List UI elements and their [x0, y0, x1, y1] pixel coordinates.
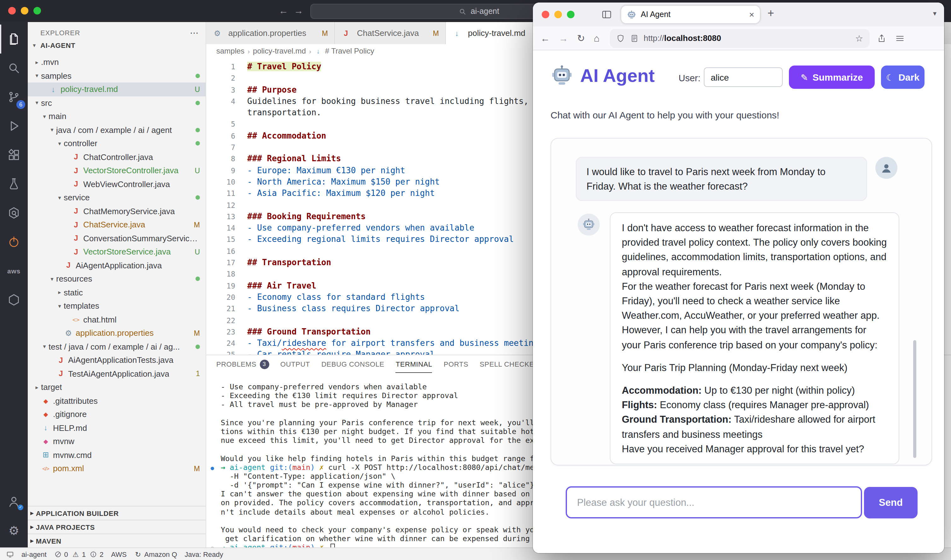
forward-button[interactable]: →: [559, 33, 568, 43]
page-info-icon[interactable]: [630, 34, 639, 43]
activity-source-control-icon[interactable]: 6: [0, 83, 28, 111]
breadcrumb-item[interactable]: policy-travel.md: [253, 47, 306, 55]
maximize-window-button[interactable]: [33, 7, 41, 14]
question-input[interactable]: [566, 486, 862, 518]
reload-button[interactable]: ↻: [577, 32, 585, 44]
activity-testing-icon[interactable]: [0, 169, 28, 198]
bookmark-star-icon[interactable]: ☆: [855, 33, 863, 43]
user-label: User:: [679, 73, 700, 83]
panel-tab-debug-console[interactable]: DEBUG CONSOLE: [321, 355, 384, 373]
tree-item[interactable]: JAiAgentApplication.java: [28, 258, 205, 272]
tree-item[interactable]: ▸static: [28, 286, 205, 299]
tree-item[interactable]: ▸target: [28, 380, 205, 394]
tree-item[interactable]: ⊞mvnw.cmd: [28, 448, 205, 462]
tree-item[interactable]: JVectorStoreService.javaU: [28, 245, 205, 258]
activity-explorer-icon[interactable]: [0, 25, 28, 54]
panel-tab-terminal[interactable]: TERMINAL: [396, 355, 432, 373]
tree-item[interactable]: ↓policy-travel.mdU: [28, 83, 205, 96]
breadcrumb-item[interactable]: samples: [216, 47, 244, 55]
new-tab-button[interactable]: +: [767, 7, 774, 20]
status-java-status[interactable]: Java: Ready: [185, 550, 223, 558]
status-infos[interactable]: 2: [90, 550, 103, 558]
tab-list-chevron-icon[interactable]: ▾: [933, 9, 937, 18]
tree-item[interactable]: ↓HELP.md: [28, 421, 205, 435]
panel-tab-output[interactable]: OUTPUT: [280, 355, 310, 373]
bot-avatar: [578, 214, 600, 235]
tree-item[interactable]: JConversationSummaryService.java: [28, 231, 205, 245]
editor-tab[interactable]: ↓policy-travel.mdU: [446, 22, 545, 44]
send-button[interactable]: Send: [864, 487, 918, 518]
close-tab-icon[interactable]: ×: [749, 9, 754, 20]
more-actions-icon[interactable]: ⋯: [190, 28, 199, 38]
breadcrumb-item[interactable]: # Travel Policy: [325, 47, 374, 55]
sidebar-section-java-projects[interactable]: ▸JAVA PROJECTS: [28, 520, 205, 534]
tree-item[interactable]: ◆.gitattributes: [28, 394, 205, 408]
user-id-field[interactable]: [704, 68, 783, 87]
back-button[interactable]: ←: [540, 33, 550, 43]
sidebar-section-application-builder[interactable]: ▸APPLICATION BUILDER: [28, 506, 205, 520]
tree-item[interactable]: ▾samples: [28, 69, 205, 83]
activity-settings-icon[interactable]: ⚙: [0, 516, 28, 545]
tree-item[interactable]: </>pom.xmlM: [28, 462, 205, 475]
summarize-button[interactable]: ✎ Summarize: [789, 66, 875, 89]
close-window-button[interactable]: [8, 7, 16, 14]
tree-item[interactable]: JVectorStoreController.javaU: [28, 164, 205, 177]
tree-item[interactable]: <>chat.html: [28, 313, 205, 326]
activity-aws-icon[interactable]: aws: [0, 256, 28, 285]
tree-item[interactable]: ▾resources: [28, 272, 205, 286]
project-section-header[interactable]: ▾ AI-AGENT: [28, 38, 205, 52]
editor-tab[interactable]: JChatService.javaM: [335, 22, 446, 44]
tree-item[interactable]: ▾service: [28, 191, 205, 205]
tree-item[interactable]: ▾java / com / example / ai / agent: [28, 123, 205, 137]
activity-hexagon-icon[interactable]: [0, 285, 28, 314]
history-back-button[interactable]: ←: [279, 5, 288, 16]
sidebar-section-maven[interactable]: ▸MAVEN: [28, 534, 205, 548]
activity-run-debug-icon[interactable]: [0, 111, 28, 140]
status-errors[interactable]: 0: [54, 550, 68, 558]
tree-item[interactable]: ◆mvnw: [28, 435, 205, 448]
panel-tab-problems[interactable]: PROBLEMS3: [216, 355, 269, 373]
status-aws[interactable]: AWS: [111, 550, 127, 558]
chevron-down-icon: ▾: [33, 73, 41, 79]
minimize-window-button[interactable]: [554, 11, 562, 18]
tree-item[interactable]: JChatService.javaM: [28, 218, 205, 231]
shield-icon[interactable]: [616, 34, 625, 43]
share-icon[interactable]: [876, 33, 886, 43]
sidebar-toggle-icon[interactable]: [601, 9, 612, 20]
editor-tab[interactable]: ⚙application.propertiesM: [206, 22, 335, 44]
activity-account-icon[interactable]: ✓: [0, 487, 28, 516]
tree-item[interactable]: ▾test / java / com / example / ai / ag..…: [28, 340, 205, 353]
tree-item[interactable]: JTestAiAgentApplication.java1: [28, 367, 205, 380]
maximize-window-button[interactable]: [567, 11, 574, 18]
browser-tab[interactable]: AI Agent ×: [621, 6, 760, 23]
tree-item[interactable]: JWebViewController.java: [28, 177, 205, 191]
home-button[interactable]: ⌂: [594, 33, 599, 43]
activity-search-icon[interactable]: [0, 54, 28, 83]
tree-item[interactable]: ▾main: [28, 109, 205, 123]
status-remote-indicator[interactable]: [6, 550, 14, 558]
chat-scrollbar[interactable]: [913, 340, 916, 458]
address-bar[interactable]: http://localhost:8080 ☆: [610, 29, 869, 48]
minimize-window-button[interactable]: [21, 7, 28, 14]
close-window-button[interactable]: [542, 11, 549, 18]
status-amazon-q[interactable]: ↻Amazon Q: [134, 550, 177, 558]
activity-power-icon[interactable]: [0, 228, 28, 256]
tree-item[interactable]: ⚙application.propertiesM: [28, 326, 205, 340]
tree-item[interactable]: JAiAgentApplicationTests.java: [28, 353, 205, 367]
tree-item[interactable]: ▸.mvn: [28, 55, 205, 69]
tree-item[interactable]: ▾controller: [28, 137, 205, 150]
html-file-icon: <>: [71, 316, 81, 323]
history-forward-button[interactable]: →: [294, 5, 303, 16]
tree-item[interactable]: JChatController.java: [28, 150, 205, 164]
activity-amazon-q-icon[interactable]: [0, 198, 28, 228]
status-repo[interactable]: ai-agent: [22, 550, 47, 558]
dark-mode-button[interactable]: ☾ Dark: [881, 66, 925, 89]
status-warnings[interactable]: ⚠1: [72, 550, 86, 558]
menu-icon[interactable]: [895, 33, 905, 43]
activity-extensions-icon[interactable]: [0, 140, 28, 169]
panel-tab-ports[interactable]: PORTS: [444, 355, 468, 373]
tree-item[interactable]: ◆.gitignore: [28, 408, 205, 421]
tree-item[interactable]: ▾templates: [28, 299, 205, 313]
tree-item[interactable]: JChatMemoryService.java: [28, 205, 205, 218]
tree-item[interactable]: ▾src: [28, 96, 205, 109]
